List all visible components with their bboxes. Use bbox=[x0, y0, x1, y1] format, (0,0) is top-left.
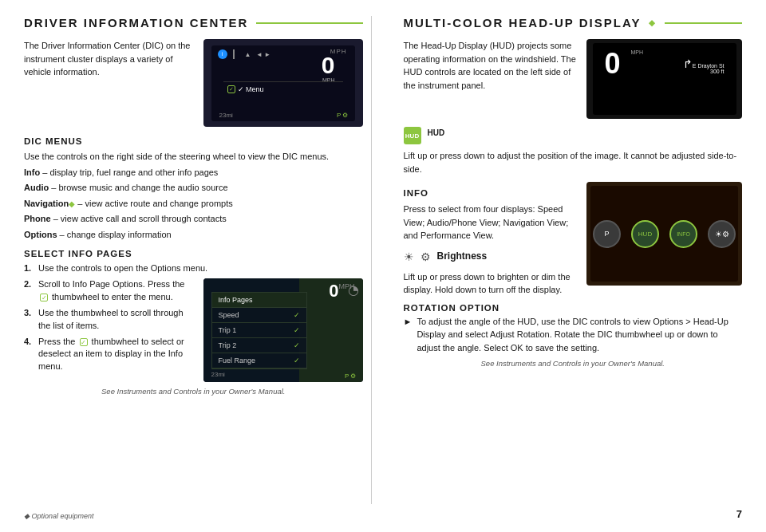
dic-miles: 23mi bbox=[219, 112, 233, 119]
dic-divider bbox=[233, 49, 239, 59]
right-section-title: MULTI-COLOR HEAD-UP DISPLAY◆ bbox=[404, 16, 743, 30]
step-3: 3. Use the thumbwheel to scroll through … bbox=[24, 307, 195, 332]
option-trip2: Trip 2 ✓ bbox=[212, 338, 306, 353]
option-fuel-label: Fuel Range bbox=[219, 357, 256, 365]
hud-title-inline: HUD bbox=[428, 127, 445, 138]
left-title-line bbox=[256, 22, 362, 24]
right-title-text: MULTI-COLOR HEAD-UP DISPLAY bbox=[404, 16, 642, 30]
rotation-title: ROTATION OPTION bbox=[404, 303, 743, 313]
options-speed-arc: ◔ bbox=[348, 282, 359, 298]
steps-2-4-text: 2. Scroll to Info Page Options. Press th… bbox=[24, 278, 195, 382]
options-header: Info Pages bbox=[212, 293, 306, 308]
hud-street-name: E Drayton St bbox=[693, 63, 725, 69]
brightness-row: ☀ ⚙ Brightness bbox=[404, 249, 578, 266]
hud-screen-image: 0 MPH ↱ E Drayton St 300 ft bbox=[586, 39, 742, 119]
option-fuel-check: ✓ bbox=[294, 357, 300, 365]
right-footnote: See Instruments and Controls in your Own… bbox=[404, 359, 743, 368]
hud-badge: HUD bbox=[404, 127, 421, 144]
nav-diamond: ◆ bbox=[69, 199, 75, 208]
menu-options-label: Options bbox=[24, 230, 57, 239]
right-intro-body: The Head-Up Display (HUD) projects some … bbox=[404, 41, 576, 90]
rotation-body: To adjust the angle of the HUD, use the … bbox=[417, 315, 742, 355]
step-3-num: 3. bbox=[24, 307, 34, 332]
dic-zero: 0 bbox=[322, 52, 335, 79]
controls-buttons-row: P HUD INFO ☀⚙ bbox=[590, 220, 739, 248]
hud-section-title: HUD bbox=[428, 128, 445, 137]
dic-menu-options: Options – change display information bbox=[24, 228, 363, 242]
step-4-text: Press the ✓ thumbwheel to select or dese… bbox=[38, 336, 195, 372]
hud-street: E Drayton St 300 ft bbox=[693, 63, 725, 74]
intro-body: The Driver Information Center (DIC) on t… bbox=[24, 41, 190, 77]
menu-nav-label: Navigation bbox=[24, 199, 69, 208]
right-second-block: INFO Press to select from four displays:… bbox=[404, 182, 743, 297]
dic-icon-info: i bbox=[218, 49, 227, 59]
rotation-bullet: ► To adjust the angle of the HUD, use th… bbox=[404, 315, 743, 355]
menu-phone-label: Phone bbox=[24, 214, 51, 223]
page-footer: ◆ Optional equipment 7 bbox=[24, 504, 742, 520]
options-zero: 0 bbox=[329, 281, 338, 301]
left-intro-block: The Driver Information Center (DIC) on t… bbox=[24, 39, 363, 127]
brightness-settings-icon: ⚙ bbox=[421, 249, 431, 266]
dic-menu-row: ✓ ✓ Menu bbox=[227, 85, 264, 93]
step-4: 4. Press the ✓ thumbwheel to select or d… bbox=[24, 336, 195, 372]
hud-controls-image: P HUD INFO ☀⚙ bbox=[586, 182, 742, 286]
option-speed-label: Speed bbox=[219, 311, 239, 319]
step-3-text: Use the thumbwheel to scroll through the… bbox=[38, 307, 195, 332]
options-screen-inner: MPH 0 ◔ Info Pages Speed ✓ Trip 1 ✓ bbox=[203, 278, 363, 382]
controls-inner: P HUD INFO ☀⚙ bbox=[590, 186, 738, 282]
info-section-title: INFO bbox=[404, 187, 578, 200]
step-4-num: 4. bbox=[24, 336, 34, 372]
step-1-num: 1. bbox=[24, 262, 34, 274]
select-info-title: SELECT INFO PAGES bbox=[24, 249, 363, 258]
menu-info-label: Info bbox=[24, 167, 40, 177]
dic-menu-nav: Navigation◆ – view active route and chan… bbox=[24, 197, 363, 211]
ctrl-btn-info: INFO bbox=[669, 220, 697, 248]
hud-zero: 0 bbox=[605, 47, 621, 81]
right-title-line bbox=[665, 22, 742, 24]
dic-bottom-icon: P ⚙ bbox=[337, 112, 348, 119]
step-2-check: ✓ bbox=[40, 294, 48, 301]
left-footnote: See Instruments and Controls in your Own… bbox=[24, 387, 363, 396]
hud-mph: MPH bbox=[631, 49, 644, 55]
dic-menus-title: DIC MENUS bbox=[24, 136, 363, 146]
brightness-title: Brightness bbox=[437, 249, 488, 263]
dic-check-icon: ✓ bbox=[227, 85, 235, 93]
step-2-num: 2. bbox=[24, 278, 34, 303]
right-second-text: INFO Press to select from four displays:… bbox=[404, 182, 578, 297]
rotation-arrow: ► bbox=[404, 315, 413, 355]
ctrl-btn-p: P bbox=[593, 220, 621, 248]
dic-menu-audio: Audio – browse music and change the audi… bbox=[24, 181, 363, 195]
footer-footnote: ◆ Optional equipment bbox=[24, 512, 94, 520]
options-screen-image: MPH 0 ◔ Info Pages Speed ✓ Trip 1 ✓ bbox=[203, 278, 363, 382]
option-trip2-check: ✓ bbox=[294, 341, 300, 349]
option-speed-check: ✓ bbox=[294, 311, 300, 319]
dic-nav-arrows: ▲ ◄ ► bbox=[245, 49, 271, 61]
right-column: MULTI-COLOR HEAD-UP DISPLAY◆ The Head-Up… bbox=[396, 16, 743, 504]
menu-audio-label: Audio bbox=[24, 183, 49, 192]
right-title-diamond: ◆ bbox=[649, 18, 657, 27]
ctrl-btn-hud: HUD bbox=[631, 220, 659, 248]
steps-2-4-block: 2. Scroll to Info Page Options. Press th… bbox=[24, 278, 363, 382]
hud-feet: 300 ft bbox=[693, 69, 725, 74]
option-trip1-check: ✓ bbox=[294, 326, 300, 334]
dic-divider-line bbox=[223, 81, 343, 82]
hud-screen-inner: 0 MPH ↱ E Drayton St 300 ft bbox=[593, 43, 736, 115]
page-number: 7 bbox=[736, 508, 742, 520]
dic-cluster-image: MPH i ▲ ◄ ► 0 MPH ✓ ✓ Menu bbox=[203, 39, 363, 127]
ctrl-btn-bright: ☀⚙ bbox=[708, 220, 736, 248]
left-column: DRIVER INFORMATION CENTER The Driver Inf… bbox=[24, 16, 372, 504]
page-container: DRIVER INFORMATION CENTER The Driver Inf… bbox=[0, 0, 766, 532]
option-trip1: Trip 1 ✓ bbox=[212, 323, 306, 338]
left-title-text: DRIVER INFORMATION CENTER bbox=[24, 16, 248, 30]
info-body: Press to select from four displays: Spee… bbox=[404, 203, 578, 242]
right-intro-text: The Head-Up Display (HUD) projects some … bbox=[404, 39, 578, 119]
step-1-text: Use the controls to open the Options men… bbox=[38, 262, 207, 274]
dic-menu-info: Info – display trip, fuel range and othe… bbox=[24, 166, 363, 179]
brightness-body: Lift up or press down to brighten or dim… bbox=[404, 270, 578, 297]
option-fuel: Fuel Range ✓ bbox=[212, 353, 306, 368]
hud-turn: ↱ bbox=[683, 57, 693, 70]
dic-menu-label: ✓ Menu bbox=[238, 85, 264, 93]
options-p-icon: P ⚙ bbox=[345, 372, 356, 380]
content-columns: DRIVER INFORMATION CENTER The Driver Inf… bbox=[24, 16, 742, 504]
steps-list: 1. Use the controls to open the Options … bbox=[24, 262, 363, 274]
